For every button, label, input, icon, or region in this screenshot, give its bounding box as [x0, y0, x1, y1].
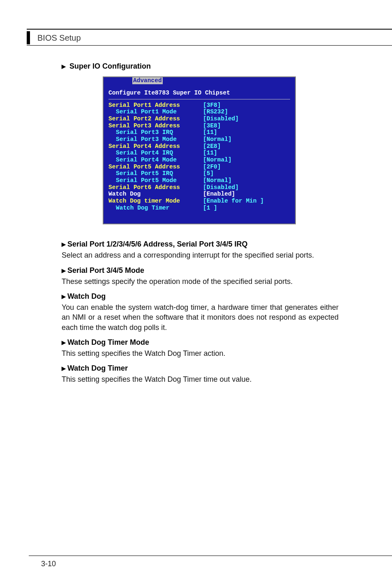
doc-paragraph: This setting specifies the Watch Dog Tim… [62, 348, 339, 358]
bios-row-label: Serial Port1 Address [108, 102, 203, 109]
bios-row: Serial Port5 IRQ[5] [108, 170, 290, 177]
doc-paragraph: These settings specify the operation mod… [62, 277, 339, 286]
bios-row-label: Serial Port4 Mode [108, 157, 203, 164]
triangle-right-icon: ▶ [62, 293, 66, 300]
bios-row-label: Serial Port5 Address [108, 164, 203, 171]
doc-subheading: ▶Serial Port 1/2/3/4/5/6 Address, Serial… [62, 240, 339, 249]
bios-row: Serial Port1 Address[3F8] [108, 102, 290, 109]
bios-row: Watch Dog Timer[1 ] [108, 205, 290, 212]
doc-subheading-text: Watch Dog Timer [67, 364, 128, 372]
bios-row-value: [3F8] [203, 102, 221, 109]
bios-row-value: [Normal] [203, 177, 232, 184]
bios-row-label: Serial Port6 Address [108, 184, 203, 191]
bios-row: Watch Dog[Enabled] [108, 191, 290, 198]
bios-row-value: [2F0] [203, 164, 221, 171]
footer-rule [29, 556, 392, 556]
bios-row: Serial Port4 Mode[Normal] [108, 157, 290, 164]
bios-row-label: Serial Port5 IRQ [108, 170, 203, 177]
doc-paragraph: Select an address and a corresponding in… [62, 250, 339, 260]
doc-paragraph: This setting specifies the Watch Dog Tim… [62, 374, 339, 384]
bios-screenshot: Advanced Configure Ite8783 Super IO Chip… [103, 76, 296, 224]
content: ▶ Super IO Configuration Advanced Config… [33, 46, 359, 385]
doc-paragraph: You can enable the system watch-dog time… [62, 302, 339, 332]
bios-row: Serial Port5 Address[2F0] [108, 164, 290, 171]
bios-row-value: [RS232] [203, 108, 228, 115]
bios-row: Watch Dog timer Mode[Enable for Min ] [108, 198, 290, 205]
bios-row-value: [Disabled] [203, 184, 239, 191]
bios-tab-advanced: Advanced [132, 77, 163, 84]
bios-row-value: [Disabled] [203, 115, 239, 122]
page-number: 3-10 [41, 560, 56, 568]
bios-row: Serial Port5 Mode[Normal] [108, 177, 290, 184]
bios-row-label: Serial Port1 Mode [108, 108, 203, 115]
bios-row-value: [Normal] [203, 136, 232, 143]
bios-row: Serial Port4 Address[2E8] [108, 143, 290, 150]
doc-subheading-text: Watch Dog [67, 292, 106, 300]
triangle-right-icon: ▶ [62, 63, 66, 69]
header-row: BIOS Setup [27, 31, 392, 44]
bios-row-value: [2E8] [203, 143, 221, 150]
section-title-text: Super IO Configuration [69, 62, 151, 70]
bios-row-label: Serial Port2 Address [108, 115, 203, 122]
bios-row-label: Watch Dog [108, 191, 203, 198]
bios-row-value: [11] [203, 129, 217, 136]
bios-divider [108, 99, 290, 99]
bios-row-label: Watch Dog Timer [108, 205, 203, 212]
bios-row-value: [Normal] [203, 157, 232, 164]
bios-row-value: [1 ] [203, 205, 217, 212]
bios-row: Serial Port6 Address[Disabled] [108, 184, 290, 191]
bios-row-value: [Enable for Min ] [203, 198, 264, 205]
header-title: BIOS Setup [37, 33, 81, 44]
bios-row-value: [Enabled] [203, 191, 235, 198]
bios-body: Configure Ite8783 Super IO Chipset Seria… [104, 85, 295, 211]
page: BIOS Setup ▶ Super IO Configuration Adva… [0, 0, 392, 588]
header-side-bar-icon [27, 31, 30, 44]
bios-row-value: [3E8] [203, 122, 221, 129]
bios-heading: Configure Ite8783 Super IO Chipset [108, 90, 290, 98]
bios-row-label: Serial Port3 Address [108, 122, 203, 129]
section-title: ▶ Super IO Configuration [62, 62, 339, 71]
doc-subheading-text: Watch Dog Timer Mode [67, 338, 149, 346]
bios-row-label: Serial Port4 IRQ [108, 150, 203, 157]
bios-row: Serial Port3 Address[3E8] [108, 122, 290, 129]
bios-row: Serial Port4 IRQ[11] [108, 150, 290, 157]
bios-row-label: Serial Port4 Address [108, 143, 203, 150]
bios-row: Serial Port1 Mode[RS232] [108, 108, 290, 115]
bios-row-value: [11] [203, 150, 217, 157]
bios-row-label: Watch Dog timer Mode [108, 198, 203, 205]
doc-subheading: ▶Watch Dog [62, 292, 339, 301]
triangle-right-icon: ▶ [62, 339, 66, 346]
doc-subsections: ▶Serial Port 1/2/3/4/5/6 Address, Serial… [62, 240, 339, 384]
bios-tabbar: Advanced [104, 77, 295, 85]
doc-subheading: ▶Serial Port 3/4/5 Mode [62, 266, 339, 275]
doc-subheading: ▶Watch Dog Timer [62, 364, 339, 373]
bios-row-value: [5] [203, 170, 214, 177]
bios-row-label: Serial Port5 Mode [108, 177, 203, 184]
header-top-rule [27, 29, 392, 30]
bios-rows: Serial Port1 Address[3F8]Serial Port1 Mo… [108, 102, 290, 212]
bios-row: Serial Port3 IRQ[11] [108, 129, 290, 136]
bios-row: Serial Port2 Address[Disabled] [108, 115, 290, 122]
triangle-right-icon: ▶ [62, 365, 66, 371]
triangle-right-icon: ▶ [62, 241, 66, 247]
doc-subheading-text: Serial Port 1/2/3/4/5/6 Address, Serial … [67, 240, 248, 248]
triangle-right-icon: ▶ [62, 267, 66, 274]
bios-row-label: Serial Port3 IRQ [108, 129, 203, 136]
doc-subheading: ▶Watch Dog Timer Mode [62, 338, 339, 347]
bios-row-label: Serial Port3 Mode [108, 136, 203, 143]
bios-row: Serial Port3 Mode[Normal] [108, 136, 290, 143]
doc-subheading-text: Serial Port 3/4/5 Mode [67, 266, 144, 274]
